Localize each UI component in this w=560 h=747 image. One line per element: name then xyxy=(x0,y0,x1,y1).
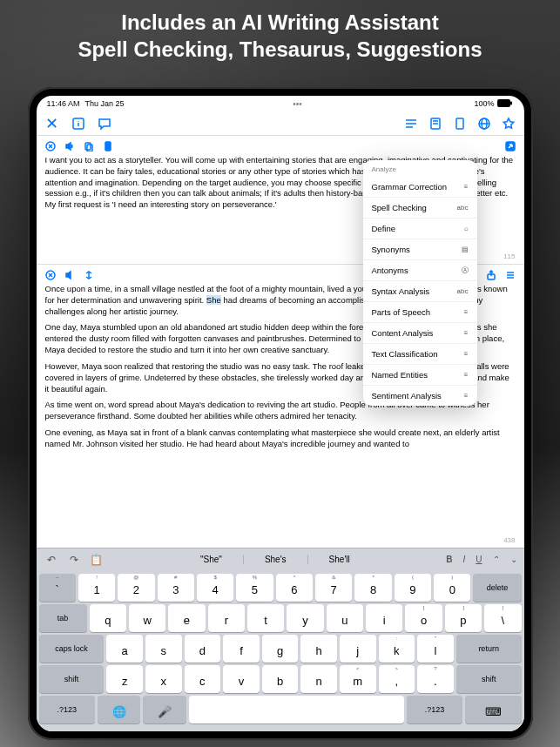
suggestion-3[interactable]: She'll xyxy=(308,555,371,564)
key-globe[interactable]: 🌐 xyxy=(98,696,140,723)
document-icon[interactable] xyxy=(428,117,442,131)
send-icon[interactable] xyxy=(505,141,516,151)
key-g[interactable]: g xyxy=(262,635,299,663)
search-icon: ⌕ xyxy=(458,225,469,233)
key-l[interactable]: "l xyxy=(417,635,454,663)
key-6[interactable]: ^6 xyxy=(276,574,313,602)
chevron-up-icon[interactable]: ⌃ xyxy=(491,555,502,564)
undo-icon[interactable]: ↶ xyxy=(42,551,61,569)
key-.[interactable]: ?. xyxy=(417,665,454,693)
bold-button[interactable]: B xyxy=(444,555,454,564)
key-b[interactable]: b xyxy=(262,665,299,693)
key-symbols-right[interactable]: .?123 xyxy=(407,696,462,723)
doc-icon[interactable] xyxy=(103,141,113,151)
key-delete[interactable]: delete xyxy=(473,574,521,602)
key-y[interactable]: y xyxy=(287,604,323,632)
key-x[interactable]: x xyxy=(145,665,182,693)
key-v[interactable]: v xyxy=(223,665,260,693)
key-mic[interactable]: 🎤 xyxy=(143,696,186,723)
key-tab[interactable]: tab xyxy=(39,604,87,632)
key-w[interactable]: w xyxy=(129,604,165,632)
copy-icon[interactable] xyxy=(84,141,94,151)
key-t[interactable]: t xyxy=(247,604,284,632)
popover-item-content[interactable]: Content Analysis≡ xyxy=(363,323,477,344)
popover-item-syntax[interactable]: Syntax Analysisabc xyxy=(363,281,477,302)
popover-item-grammar[interactable]: Grammar Correction≡ xyxy=(363,177,477,198)
menu-icon[interactable] xyxy=(505,270,516,280)
battery-percent: 100% xyxy=(474,99,494,108)
popover-item-define[interactable]: Define⌕ xyxy=(363,219,477,239)
key-2[interactable]: @2 xyxy=(118,574,154,602)
key-o[interactable]: [o xyxy=(405,604,442,632)
key-m[interactable]: <m xyxy=(340,665,376,693)
key-space[interactable] xyxy=(189,696,404,723)
key-3[interactable]: #3 xyxy=(158,574,194,602)
expand-icon[interactable] xyxy=(84,270,94,280)
key-f[interactable]: f xyxy=(223,635,260,663)
redo-icon[interactable]: ↷ xyxy=(64,551,84,569)
selection-highlight: She xyxy=(206,295,221,305)
key-7[interactable]: &7 xyxy=(315,574,352,602)
popover-item-parts[interactable]: Parts of Speech≡ xyxy=(363,302,477,323)
key-c[interactable]: c xyxy=(185,665,221,693)
key-shift-right[interactable]: shift xyxy=(456,665,522,693)
popover-item-synonyms[interactable]: Synonyms▤ xyxy=(363,239,477,260)
key-j[interactable]: j xyxy=(340,635,376,663)
share-icon[interactable] xyxy=(486,270,496,280)
speaker-icon[interactable] xyxy=(64,141,75,151)
abc-icon: abc xyxy=(458,204,469,212)
key-return[interactable]: return xyxy=(456,635,522,663)
key-backtick[interactable]: ~` xyxy=(39,574,76,602)
key-shift-left[interactable]: shift xyxy=(39,665,105,693)
key-9[interactable]: (9 xyxy=(395,574,431,602)
key-q[interactable]: q xyxy=(90,604,126,632)
underline-button[interactable]: U xyxy=(474,555,483,564)
lines-icon: ≡ xyxy=(458,308,469,317)
key-,[interactable]: >, xyxy=(379,665,415,693)
page-icon[interactable] xyxy=(453,117,467,131)
clear-icon[interactable] xyxy=(45,141,56,151)
key-p[interactable]: ]p xyxy=(445,604,482,632)
battery-icon xyxy=(497,99,513,109)
key-4[interactable]: $4 xyxy=(197,574,233,602)
keyboard-toolbar: ↶ ↷ 📋 "She" She's She'll B I U ⌃ ⌄ xyxy=(37,548,524,570)
italic-button[interactable]: I xyxy=(461,555,467,564)
key-z[interactable]: z xyxy=(106,665,143,693)
key-d[interactable]: d xyxy=(185,635,221,663)
popover-item-antonyms[interactable]: AntonymsⒶ xyxy=(363,260,477,281)
key-symbols-left[interactable]: .?123 xyxy=(39,696,95,723)
clipboard-icon[interactable]: 📋 xyxy=(87,551,106,569)
key-n[interactable]: n xyxy=(300,665,337,693)
key-5[interactable]: %5 xyxy=(236,574,273,602)
clear-icon[interactable] xyxy=(45,270,56,280)
key-backslash[interactable]: |\ xyxy=(484,604,521,632)
align-icon[interactable] xyxy=(404,117,418,131)
suggestion-2[interactable]: She's xyxy=(244,555,308,564)
close-button[interactable]: ✕ xyxy=(45,117,59,131)
popover-item-spell[interactable]: Spell Checkingabc xyxy=(363,198,477,219)
key-h[interactable]: h xyxy=(300,635,337,663)
key-a[interactable]: a xyxy=(106,635,143,663)
star-icon[interactable] xyxy=(502,117,516,131)
key-1[interactable]: !1 xyxy=(78,574,115,602)
key-capslock[interactable]: caps lock xyxy=(39,635,105,663)
suggestion-1[interactable]: "She" xyxy=(179,555,244,564)
popover-item-entities[interactable]: Named Entities≡ xyxy=(363,365,477,386)
info-icon[interactable] xyxy=(71,117,85,131)
key-hide-keyboard[interactable]: ⌨ xyxy=(465,696,521,723)
comment-icon[interactable] xyxy=(98,117,111,131)
key-i[interactable]: i xyxy=(366,604,402,632)
key-0[interactable]: )0 xyxy=(434,574,470,602)
key-r[interactable]: r xyxy=(208,604,245,632)
popover-item-sentiment[interactable]: Sentiment Analysis≡ xyxy=(363,386,477,406)
key-k[interactable]: :k xyxy=(379,635,415,663)
key-e[interactable]: e xyxy=(168,604,205,632)
chevron-down-icon[interactable]: ⌄ xyxy=(509,555,519,564)
analyze-popover: Analyze Grammar Correction≡ Spell Checki… xyxy=(363,160,477,406)
key-8[interactable]: *8 xyxy=(354,574,391,602)
speaker-icon[interactable] xyxy=(64,270,75,280)
popover-item-classification[interactable]: Text Classification≡ xyxy=(363,344,477,365)
key-s[interactable]: s xyxy=(145,635,182,663)
key-u[interactable]: u xyxy=(327,604,363,632)
globe-icon[interactable] xyxy=(477,117,491,131)
